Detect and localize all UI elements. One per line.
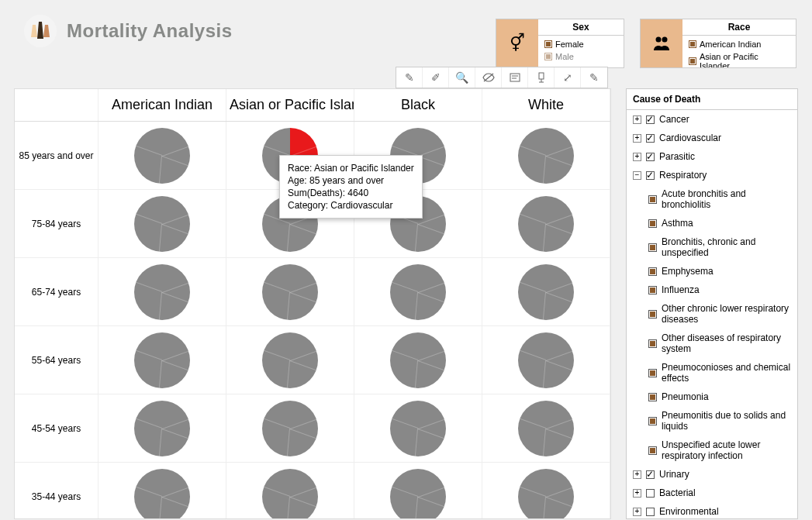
pie-cell[interactable] bbox=[226, 463, 354, 519]
checkbox[interactable] bbox=[646, 508, 655, 516]
pie-chart[interactable] bbox=[134, 469, 190, 520]
race-filter-item[interactable]: American Indian bbox=[689, 38, 790, 50]
checkbox[interactable] bbox=[648, 267, 657, 276]
pie-cell[interactable] bbox=[226, 326, 354, 394]
tree-child-item[interactable]: Pneumonia bbox=[627, 387, 797, 406]
pie-cell[interactable] bbox=[98, 258, 226, 325]
tree-child-item[interactable]: Other diseases of respiratory system bbox=[627, 329, 797, 358]
checkbox[interactable] bbox=[648, 310, 657, 319]
checkbox[interactable] bbox=[646, 489, 655, 498]
pie-chart[interactable] bbox=[134, 128, 190, 184]
tree-item[interactable]: +Urinary bbox=[627, 465, 797, 484]
pie-chart[interactable] bbox=[262, 332, 318, 388]
column-header[interactable]: Black bbox=[354, 89, 482, 121]
race-filter-item[interactable]: Asian or Pacific Islander bbox=[689, 50, 790, 67]
tree-item[interactable]: +Cancer bbox=[627, 110, 797, 129]
checkbox[interactable] bbox=[646, 153, 655, 161]
drill-icon[interactable] bbox=[528, 67, 555, 88]
pie-chart[interactable] bbox=[518, 469, 574, 520]
pie-cell[interactable] bbox=[98, 190, 226, 257]
checkbox[interactable] bbox=[648, 417, 657, 425]
expand-icon[interactable]: + bbox=[633, 508, 641, 516]
pie-chart[interactable] bbox=[134, 332, 190, 388]
pie-cell[interactable] bbox=[354, 326, 482, 394]
pencil-icon[interactable]: ✎ bbox=[396, 67, 423, 88]
pie-chart[interactable] bbox=[262, 469, 318, 520]
pie-chart[interactable] bbox=[134, 264, 190, 320]
pie-chart[interactable] bbox=[262, 264, 318, 320]
pie-chart[interactable] bbox=[518, 332, 574, 388]
pie-cell[interactable] bbox=[482, 326, 610, 394]
column-header[interactable]: Asian or Pacific Islan.. bbox=[226, 89, 354, 121]
pie-chart[interactable] bbox=[518, 401, 574, 456]
checkbox[interactable] bbox=[646, 134, 655, 143]
pie-chart[interactable] bbox=[518, 196, 574, 252]
expand-icon[interactable]: + bbox=[633, 134, 641, 143]
pie-cell[interactable] bbox=[482, 122, 610, 189]
row-header[interactable]: 45-54 years bbox=[15, 394, 98, 462]
row-header[interactable]: 65-74 years bbox=[15, 258, 98, 325]
pie-cell[interactable] bbox=[354, 463, 482, 519]
pie-cell[interactable] bbox=[354, 258, 482, 325]
checkbox[interactable] bbox=[646, 171, 655, 180]
edit-icon[interactable]: ✎ bbox=[581, 67, 607, 88]
pie-cell[interactable] bbox=[482, 190, 610, 257]
checkbox[interactable] bbox=[648, 369, 657, 377]
pie-cell[interactable] bbox=[226, 258, 354, 325]
pie-chart[interactable] bbox=[518, 128, 574, 184]
checkbox[interactable] bbox=[648, 339, 657, 348]
tree-item[interactable]: +Environmental bbox=[627, 502, 797, 519]
pie-cell[interactable] bbox=[482, 463, 610, 519]
pie-cell[interactable] bbox=[98, 122, 226, 189]
pie-cell[interactable] bbox=[98, 326, 226, 394]
tree-child-item[interactable]: Pneumonitis due to solids and liquids bbox=[627, 406, 797, 436]
checkbox[interactable] bbox=[648, 446, 657, 455]
eraser-icon[interactable]: ✐ bbox=[423, 67, 449, 88]
checkbox[interactable] bbox=[648, 286, 657, 294]
expand-icon[interactable]: + bbox=[633, 115, 641, 124]
column-header[interactable]: American Indian bbox=[98, 89, 226, 121]
checkbox[interactable] bbox=[648, 219, 657, 228]
tree-child-item[interactable]: Pneumoconioses and chemical effects bbox=[627, 358, 797, 387]
checkbox[interactable] bbox=[648, 195, 657, 204]
sex-filter-item[interactable]: Female bbox=[544, 38, 617, 50]
tree-child-item[interactable]: Bronchitis, chronic and unspecified bbox=[627, 232, 797, 262]
row-header[interactable]: 85 years and over bbox=[15, 122, 98, 189]
pie-chart[interactable] bbox=[390, 469, 446, 520]
text-box-icon[interactable] bbox=[502, 67, 528, 88]
tree-item[interactable]: +Parasitic bbox=[627, 147, 797, 166]
pie-cell[interactable] bbox=[98, 394, 226, 462]
tree-child-item[interactable]: Unspecified acute lower respiratory infe… bbox=[627, 436, 797, 465]
zoom-in-icon[interactable]: 🔍 bbox=[449, 67, 475, 88]
tree-child-item[interactable]: Acute bronchitis and bronchiolitis bbox=[627, 184, 797, 214]
expand-icon[interactable]: ⤢ bbox=[555, 67, 581, 88]
sex-filter-item[interactable]: Male bbox=[544, 50, 617, 63]
collapse-icon[interactable]: − bbox=[633, 171, 641, 180]
pie-chart[interactable] bbox=[134, 401, 190, 456]
column-header[interactable]: White bbox=[482, 89, 610, 121]
expand-icon[interactable]: + bbox=[633, 470, 641, 479]
pie-chart[interactable] bbox=[390, 401, 446, 456]
pie-chart[interactable] bbox=[390, 264, 446, 320]
pie-chart[interactable] bbox=[518, 264, 574, 320]
pie-cell[interactable] bbox=[354, 394, 482, 462]
pie-cell[interactable] bbox=[482, 258, 610, 325]
tree-item[interactable]: +Cardiovascular bbox=[627, 129, 797, 147]
tree-item[interactable]: +Bacterial bbox=[627, 484, 797, 502]
expand-icon[interactable]: + bbox=[633, 153, 641, 161]
sex-filter[interactable]: ⚥ Sex Female Male bbox=[496, 19, 624, 68]
tree-child-item[interactable]: Influenza bbox=[627, 281, 797, 299]
checkbox[interactable] bbox=[646, 115, 655, 124]
tree-item[interactable]: −Respiratory bbox=[627, 166, 797, 184]
checkbox[interactable] bbox=[648, 243, 657, 252]
pie-chart[interactable] bbox=[390, 332, 446, 388]
expand-icon[interactable]: + bbox=[633, 489, 641, 498]
row-header[interactable]: 35-44 years bbox=[15, 463, 98, 519]
pie-cell[interactable] bbox=[226, 394, 354, 462]
tree-child-item[interactable]: Asthma bbox=[627, 214, 797, 232]
pie-chart[interactable] bbox=[262, 401, 318, 456]
hide-icon[interactable] bbox=[475, 67, 502, 88]
checkbox[interactable] bbox=[646, 470, 655, 479]
row-header[interactable]: 55-64 years bbox=[15, 326, 98, 394]
race-filter[interactable]: Race American Indian Asian or Pacific Is… bbox=[640, 19, 796, 68]
